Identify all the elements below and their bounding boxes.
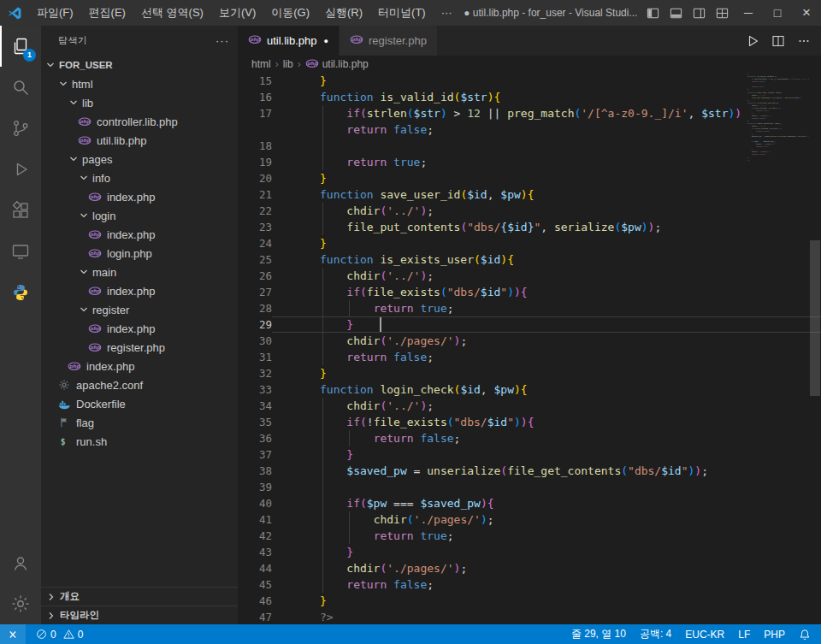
layout-sidebar-toggle-button[interactable] xyxy=(641,0,664,26)
line-number[interactable]: 47 xyxy=(238,609,272,624)
run-button[interactable] xyxy=(746,34,759,48)
activity-accounts-icon[interactable] xyxy=(0,542,41,583)
code-line-19[interactable]: 19 return true; xyxy=(238,154,821,170)
line-number[interactable]: 31 xyxy=(238,349,272,365)
line-number[interactable]: 24 xyxy=(238,235,272,251)
line-number[interactable]: 16 xyxy=(238,89,272,105)
line-number[interactable]: 39 xyxy=(238,479,272,495)
code-line-32[interactable]: 32} xyxy=(238,365,821,381)
line-number[interactable]: 28 xyxy=(238,300,272,316)
activity-source-control-icon[interactable] xyxy=(0,108,41,149)
code-line-36[interactable]: 36 return false; xyxy=(238,430,821,446)
more-button[interactable] xyxy=(797,34,811,48)
line-number[interactable]: 25 xyxy=(238,251,272,268)
code-line-27[interactable]: 27 if(file_exists("dbs/$id")){ xyxy=(238,284,821,300)
status-encoding[interactable]: EUC-KR xyxy=(685,629,724,641)
tree-item-register[interactable]: register xyxy=(41,300,238,319)
status-language-mode[interactable]: PHP xyxy=(764,629,785,641)
problems-status[interactable]: 0 0 xyxy=(26,629,90,641)
activity-extensions-icon[interactable] xyxy=(0,190,41,231)
menu-item-0[interactable]: 파일(F) xyxy=(29,0,81,26)
line-number[interactable]: 22 xyxy=(238,203,272,219)
tree-item-html[interactable]: html xyxy=(41,74,238,93)
tree-item-index-php[interactable]: phpindex.php xyxy=(41,319,238,338)
line-number[interactable]: 15 xyxy=(238,73,272,89)
notifications-bell-icon[interactable] xyxy=(799,629,811,641)
code-line-43[interactable]: 43 } xyxy=(238,544,821,560)
code-line-34[interactable]: 34 chdir('../'); xyxy=(238,398,821,414)
tree-item-login-php[interactable]: phplogin.php xyxy=(41,244,238,263)
code-line-28[interactable]: 28 return true; xyxy=(238,300,821,316)
close-button[interactable]: × xyxy=(792,0,821,26)
activity-settings-icon[interactable] xyxy=(0,583,41,624)
tab-register-php[interactable]: phpregister.php xyxy=(340,26,438,56)
menu-item-2[interactable]: 선택 영역(S) xyxy=(133,0,211,26)
activity-search-icon[interactable] xyxy=(0,67,41,108)
line-number[interactable]: 45 xyxy=(238,576,272,593)
code-line-47[interactable]: 47?> xyxy=(238,609,821,624)
line-number[interactable]: 23 xyxy=(238,219,272,235)
line-number[interactable]: 42 xyxy=(238,528,272,544)
line-number[interactable]: 29 xyxy=(238,316,272,333)
tree-item-index-php[interactable]: phpindex.php xyxy=(41,357,238,375)
breadcrumb-item[interactable]: html xyxy=(251,58,271,70)
code-line-37[interactable]: 37 } xyxy=(238,446,821,463)
code-line-40[interactable]: 40 if($pw === $saved_pw){ xyxy=(238,495,821,511)
menu-item-4[interactable]: 이동(G) xyxy=(263,0,317,26)
line-number[interactable]: 21 xyxy=(238,186,272,203)
tree-item-index-php[interactable]: phpindex.php xyxy=(41,187,238,206)
line-number[interactable]: 34 xyxy=(238,398,272,414)
activity-python-icon[interactable] xyxy=(0,272,41,313)
line-number[interactable]: 38 xyxy=(238,463,272,479)
line-number[interactable]: 33 xyxy=(238,381,272,398)
menu-item-7[interactable]: ··· xyxy=(434,0,460,26)
code-line-39[interactable]: 39 xyxy=(238,479,821,495)
line-number[interactable] xyxy=(238,121,272,138)
status-indentation[interactable]: 공백: 4 xyxy=(640,627,671,641)
layout-custom-toggle-button[interactable] xyxy=(711,0,734,26)
menu-item-1[interactable]: 편집(E) xyxy=(81,0,133,26)
sidebar-more-actions-button[interactable]: ··· xyxy=(216,34,229,47)
code-line-20[interactable]: 20} xyxy=(238,170,821,186)
line-number[interactable]: 26 xyxy=(238,268,272,284)
status-eol[interactable]: LF xyxy=(738,629,750,641)
line-number[interactable]: 32 xyxy=(238,365,272,381)
sidebar-section-0[interactable]: 개요 xyxy=(41,587,238,606)
sidebar-section-1[interactable]: 타임라인 xyxy=(41,606,238,624)
code-line-38[interactable]: 38 $saved_pw = unserialize(file_get_cont… xyxy=(238,463,821,479)
tree-item-Dockerfile[interactable]: Dockerfile xyxy=(41,394,238,413)
remote-indicator[interactable] xyxy=(0,624,26,644)
code-line-23[interactable]: 23 file_put_contents("dbs/{$id}", serial… xyxy=(238,219,821,235)
line-number[interactable]: 37 xyxy=(238,446,272,463)
activity-explorer-icon[interactable]: 1 xyxy=(0,26,41,67)
code-line-31[interactable]: 31 return false; xyxy=(238,349,821,365)
menu-item-3[interactable]: 보기(V) xyxy=(211,0,263,26)
tree-item-index-php[interactable]: phpindex.php xyxy=(41,225,238,244)
code-line-15[interactable]: 15} xyxy=(238,73,821,89)
code-line-16[interactable]: 16function is_valid_id($str){ xyxy=(238,89,821,105)
line-number[interactable]: 36 xyxy=(238,430,272,446)
minimap[interactable]: }function is_valid_id($str){ if(strlen($… xyxy=(747,73,809,624)
code-line-29[interactable]: 29 } xyxy=(238,316,821,333)
code-line-42[interactable]: 42 return true; xyxy=(238,528,821,544)
code-line-44[interactable]: 44 chdir('./pages/'); xyxy=(238,560,821,576)
line-number[interactable]: 46 xyxy=(238,593,272,609)
code-line-46[interactable]: 46} xyxy=(238,593,821,609)
line-number[interactable]: 35 xyxy=(238,414,272,430)
tree-item-pages[interactable]: pages xyxy=(41,150,238,168)
code-editor[interactable]: 15}16function is_valid_id($str){17 if(st… xyxy=(238,73,821,624)
code-line-18[interactable]: 18 xyxy=(238,138,821,154)
minimize-button[interactable]: ─ xyxy=(734,0,763,26)
code-line-wrap[interactable]: return false; xyxy=(238,121,821,138)
menu-item-6[interactable]: 터미널(T) xyxy=(370,0,434,26)
layout-secondary-toggle-button[interactable] xyxy=(688,0,711,26)
code-line-24[interactable]: 24} xyxy=(238,235,821,251)
tree-item-register-php[interactable]: phpregister.php xyxy=(41,338,238,357)
split-editor-button[interactable] xyxy=(771,34,785,48)
tree-item-info[interactable]: info xyxy=(41,168,238,187)
project-section-header[interactable]: FOR_USER xyxy=(41,56,238,74)
activity-run-debug-icon[interactable] xyxy=(0,149,41,190)
tree-item-login[interactable]: login xyxy=(41,206,238,225)
tree-item-flag[interactable]: flag xyxy=(41,413,238,432)
tree-item-util-lib-php[interactable]: phputil.lib.php xyxy=(41,131,238,150)
